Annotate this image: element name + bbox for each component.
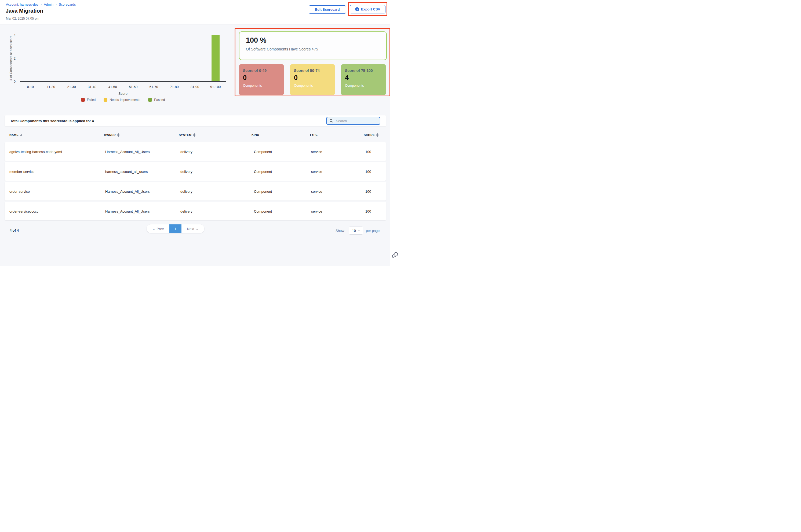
- cell-system: delivery: [180, 169, 192, 173]
- prev-page-button[interactable]: ← Prev: [147, 224, 169, 233]
- score-range-value: 0: [294, 74, 335, 81]
- legend-item: Passed: [148, 98, 165, 102]
- cell-system: delivery: [180, 150, 192, 154]
- chart-bar-slot: [144, 36, 164, 81]
- show-label: Show: [336, 229, 344, 233]
- chart-y-tick: 4: [7, 34, 16, 37]
- edit-scorecard-label: Edit Scorecard: [315, 7, 340, 12]
- chart-y-tick: 0: [7, 80, 16, 83]
- result-count: 4 of 4: [9, 228, 19, 232]
- column-header-label: SCORE: [364, 133, 375, 137]
- percent-passing-caption: Of Software Components Have Scores >75: [246, 47, 386, 51]
- breadcrumb-link[interactable]: Scorecards: [59, 3, 76, 6]
- column-header-label: SYSTEM: [179, 133, 192, 137]
- cell-type: service: [311, 189, 322, 193]
- column-header-score[interactable]: SCORE: [364, 133, 379, 137]
- chart-bar-slot: [102, 36, 123, 81]
- sort-icon: [376, 133, 379, 137]
- chart-x-axis-ticks: 0-1011-2021-3031-4041-5051-6061-7071-808…: [20, 85, 226, 89]
- sort-icon: [193, 133, 195, 137]
- column-header-owner[interactable]: OWNER: [104, 133, 119, 137]
- percent-passing-card: 100 % Of Software Components Have Scores…: [239, 32, 387, 60]
- sort-asc-icon: [20, 134, 22, 136]
- column-header-kind: KIND: [251, 133, 259, 136]
- download-icon: [355, 7, 359, 11]
- cell-system: delivery: [180, 209, 192, 213]
- export-csv-button[interactable]: Export CSV: [350, 5, 385, 14]
- cell-owner: Harness_Account_All_Users: [105, 209, 150, 213]
- chart-x-tick: 81-90: [185, 85, 205, 89]
- search-box[interactable]: [326, 117, 380, 125]
- table-row[interactable]: order-serviceHarness_Account_All_Usersde…: [5, 182, 386, 201]
- sort-up-icon: [193, 133, 195, 135]
- table-body: agniva-testing-harness-code-yamlHarness_…: [5, 142, 386, 222]
- legend-label: Failed: [87, 98, 96, 102]
- current-page-button[interactable]: 1: [169, 224, 182, 233]
- breadcrumb-link[interactable]: Admin: [44, 3, 53, 6]
- sort-down-icon: [117, 135, 119, 137]
- export-csv-label: Export CSV: [361, 7, 380, 11]
- sort-down-icon: [376, 135, 379, 137]
- score-range-card: Score of 75-1004Components: [341, 64, 386, 95]
- score-range-label: Score of 50-74: [294, 69, 335, 73]
- chart-x-tick: 71-80: [164, 85, 185, 89]
- next-page-button[interactable]: Next →: [182, 224, 204, 233]
- chart-x-tick: 11-20: [41, 85, 61, 89]
- percent-passing-value: 100 %: [246, 37, 386, 44]
- chart-x-tick: 41-50: [102, 85, 123, 89]
- chart-bar: [211, 35, 220, 81]
- chart-bar-slot: [164, 36, 185, 81]
- page-size-select[interactable]: 10: [349, 227, 363, 234]
- chart-x-tick: 31-40: [82, 85, 102, 89]
- chart-bar-slot: [61, 36, 82, 81]
- sort-down-icon: [193, 135, 195, 137]
- table-row[interactable]: agniva-testing-harness-code-yamlHarness_…: [5, 142, 386, 161]
- table-row[interactable]: order-servicecccccHarness_Account_All_Us…: [5, 202, 386, 221]
- total-components-card: Total Components this scorecard is appli…: [5, 115, 386, 127]
- chart-gridline: [20, 36, 226, 36]
- chart-bar-slot: [82, 36, 102, 81]
- cell-name: order-serviceccccc: [9, 209, 38, 213]
- score-range-value: 4: [345, 74, 386, 81]
- chart-bar-slot: [205, 36, 226, 81]
- edit-scorecard-button[interactable]: Edit Scorecard: [309, 5, 346, 14]
- scorecard-page: Account: harness-dev›Admin›Scorecards Ja…: [0, 0, 400, 266]
- cell-score: 100: [365, 189, 371, 193]
- score-range-label: Score of 75-100: [345, 69, 386, 73]
- cell-type: service: [311, 150, 322, 154]
- legend-item: Needs Improvements: [103, 98, 140, 102]
- chart-x-tick: 0-10: [20, 85, 41, 89]
- score-range-card: Score of 50-740Components: [290, 64, 335, 95]
- column-header-label: TYPE: [309, 133, 318, 136]
- cell-kind: Component: [254, 209, 272, 213]
- chart-bar-slot: [41, 36, 61, 81]
- table-header-row: NAMEOWNERSYSTEMKINDTYPESCORE: [5, 132, 386, 140]
- column-header-system[interactable]: SYSTEM: [179, 133, 195, 137]
- sort-up-icon: [117, 133, 119, 135]
- breadcrumb-link[interactable]: Account: harness-dev: [6, 3, 38, 6]
- cell-score: 100: [365, 169, 371, 173]
- cell-score: 100: [365, 150, 371, 154]
- chart-gridline: [20, 59, 226, 59]
- cell-name: member-service: [9, 169, 34, 173]
- score-range-caption: Components: [345, 84, 386, 88]
- legend-item: Failed: [81, 98, 96, 102]
- search-icon: [329, 119, 333, 123]
- column-header-name[interactable]: NAME: [9, 133, 22, 136]
- column-header-label: OWNER: [104, 133, 116, 137]
- chart-plot-area: [20, 36, 226, 82]
- legend-label: Passed: [154, 98, 165, 102]
- table-row[interactable]: member-serviceharness_account_all_usersd…: [5, 162, 386, 180]
- sort-icon: [117, 133, 119, 137]
- sort-up-icon: [376, 133, 379, 135]
- per-page-label: per page: [366, 229, 380, 233]
- chart-bar-slot: [185, 36, 205, 81]
- cell-owner: harness_account_all_users: [105, 169, 148, 173]
- chart-bars: [20, 36, 226, 81]
- chart-y-tick: 2: [7, 57, 16, 60]
- page-size-value: 10: [352, 229, 356, 233]
- chat-support-icon[interactable]: [392, 251, 399, 259]
- search-input[interactable]: [335, 119, 377, 123]
- breadcrumb-separator: ›: [40, 2, 42, 6]
- chart-x-axis-label: Score: [20, 92, 226, 96]
